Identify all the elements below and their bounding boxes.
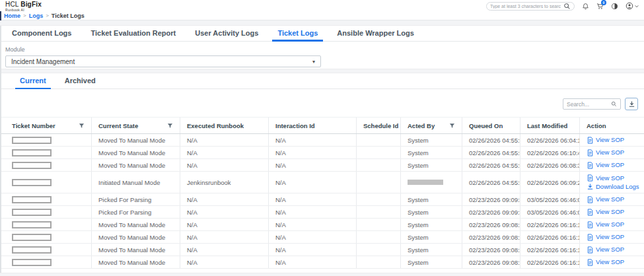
search-icon[interactable] <box>563 3 571 10</box>
table-search-input[interactable] <box>567 101 609 108</box>
cell-executed-runbook: N/A <box>180 219 269 230</box>
view-sop-link[interactable]: View SOP <box>587 196 624 203</box>
tab-ticket-evaluation-report[interactable]: Ticket Evaluation Report <box>85 26 181 41</box>
action-label: View SOP <box>596 175 624 182</box>
view-sop-link[interactable]: View SOP <box>587 174 624 182</box>
view-sop-link[interactable]: View SOP <box>587 162 624 169</box>
breadcrumb-separator: > <box>46 13 49 18</box>
cell-ticket-number <box>0 134 92 146</box>
cell-executed-runbook: N/A <box>180 244 269 256</box>
breadcrumb-logs[interactable]: Logs <box>29 13 44 19</box>
cell-schedule-id <box>357 159 401 171</box>
redacted-ticket-number <box>12 246 52 254</box>
redacted-ticket-number <box>12 234 52 241</box>
bell-icon[interactable] <box>582 3 589 10</box>
cell-executed-runbook: Jenkinsrunbook <box>180 172 269 193</box>
global-search-input[interactable] <box>490 4 561 9</box>
cell-action: View SOP <box>580 147 644 158</box>
tab-ticket-logs[interactable]: Ticket Logs <box>272 26 323 41</box>
cell-current-state: Moved To Manual Mode <box>92 134 180 146</box>
cell-ticket-number <box>0 159 92 171</box>
module-label: Module <box>5 46 644 53</box>
tab-user-activity-logs[interactable]: User Activity Logs <box>190 26 264 41</box>
cell-interaction-id: N/A <box>269 193 357 205</box>
cell-executed-runbook: N/A <box>180 159 269 171</box>
filter-icon[interactable] <box>79 123 85 129</box>
download-logs-link[interactable]: Download Logs <box>587 183 639 190</box>
column-header-schedule-id: Schedule Id <box>357 118 401 133</box>
table-header-row: Ticket NumberCurrent StateExecuted Runbo… <box>0 117 644 134</box>
user-menu[interactable] <box>626 2 639 10</box>
cell-schedule-id <box>357 231 401 243</box>
table-body: Moved To Manual ModeN/AN/ASystem02/26/20… <box>0 134 644 269</box>
cell-last-modified: 03/05/2026 06:46:08 AM <box>520 206 580 218</box>
view-sop-link[interactable]: View SOP <box>587 209 624 216</box>
redacted-ticket-number <box>12 162 52 169</box>
column-header-executed-runbook: Executed Runbook <box>180 118 269 133</box>
cell-action: View SOP <box>580 231 644 243</box>
cell-schedule-id <box>357 256 401 268</box>
search-icon <box>611 101 617 107</box>
tab-ansible-wrapper-logs[interactable]: Ansible Wrapper Logs <box>332 26 419 41</box>
theme-toggle-icon[interactable] <box>611 3 618 10</box>
ticket-logs-table: Ticket NumberCurrent StateExecuted Runbo… <box>0 117 644 269</box>
table-row: Moved To Manual ModeN/AN/ASystem02/26/20… <box>0 159 644 172</box>
action-label: View SOP <box>596 246 624 253</box>
module-select[interactable]: Incident Management ▾ <box>5 55 321 67</box>
view-sop-link[interactable]: View SOP <box>587 259 624 266</box>
tab-component-logs[interactable]: Component Logs <box>7 26 77 41</box>
subtab-archived[interactable]: Archived <box>61 73 99 88</box>
brand-title: HCL BigFix <box>5 1 42 8</box>
breadcrumb: Home > Logs > Ticket Logs <box>0 11 644 20</box>
breadcrumb-home[interactable]: Home <box>4 13 20 19</box>
download-table-button[interactable] <box>625 98 638 110</box>
view-sop-link[interactable]: View SOP <box>587 234 624 241</box>
column-header-last-modified: Last Modified <box>520 118 580 133</box>
action-label: View SOP <box>596 259 624 265</box>
action-label: View SOP <box>596 162 624 168</box>
view-sop-link[interactable]: View SOP <box>587 149 624 156</box>
view-sop-link[interactable]: View SOP <box>587 246 624 254</box>
cell-interaction-id: N/A <box>269 256 357 268</box>
filter-icon[interactable] <box>449 123 455 129</box>
cell-interaction-id: N/A <box>269 172 357 193</box>
cell-ticket-number <box>0 172 92 193</box>
topbar-actions: 0 <box>486 2 639 11</box>
cell-interaction-id: N/A <box>269 219 357 230</box>
cell-queued-on: 02/23/2026 09:08:20 AM <box>462 231 520 243</box>
window-edge <box>0 11 1 20</box>
column-header-current-state: Current State <box>92 118 180 133</box>
filter-icon[interactable] <box>167 123 173 129</box>
cell-last-modified: 02/26/2026 06:04:13 AM <box>520 134 580 146</box>
download-icon <box>587 183 594 190</box>
cell-interaction-id: N/A <box>269 147 357 158</box>
column-label: Schedule Id <box>363 122 398 129</box>
view-sop-link[interactable]: View SOP <box>587 137 624 144</box>
table-search[interactable] <box>563 98 621 110</box>
redacted-ticket-number <box>12 221 52 228</box>
cell-queued-on: 02/26/2026 04:55:52 AM <box>462 159 520 171</box>
action-label: Download Logs <box>596 184 639 190</box>
cell-interaction-id: N/A <box>269 231 357 243</box>
global-search[interactable] <box>486 2 575 11</box>
cell-last-modified: 02/26/2026 06:10:44 AM <box>520 147 580 158</box>
topbar: HCL BigFix Runbook AI 0 <box>0 0 644 11</box>
action-label: View SOP <box>596 137 624 143</box>
cell-executed-runbook: N/A <box>180 206 269 218</box>
cart-badge: 0 <box>601 0 606 5</box>
section-divider <box>0 20 644 26</box>
cell-queued-on: 02/23/2026 09:08:20 AM <box>462 219 520 230</box>
subtab-current[interactable]: Current <box>17 73 50 88</box>
view-sop-icon <box>587 149 594 156</box>
table-row: Picked For ParsingN/AN/ASystem02/23/2026… <box>0 206 644 219</box>
redacted-ticket-number <box>12 137 52 144</box>
column-header-action: Action <box>580 118 644 133</box>
view-sop-link[interactable]: View SOP <box>587 221 624 228</box>
cell-acted-by: System <box>401 244 462 256</box>
action-label: View SOP <box>596 221 624 228</box>
cell-action: View SOPDownload Logs <box>580 172 644 193</box>
brand-logo: HCL BigFix Runbook AI <box>5 0 42 12</box>
user-avatar-icon[interactable] <box>626 2 633 10</box>
cell-queued-on: 02/23/2026 09:08:20 AM <box>462 244 520 256</box>
cart-button[interactable]: 0 <box>596 3 604 10</box>
